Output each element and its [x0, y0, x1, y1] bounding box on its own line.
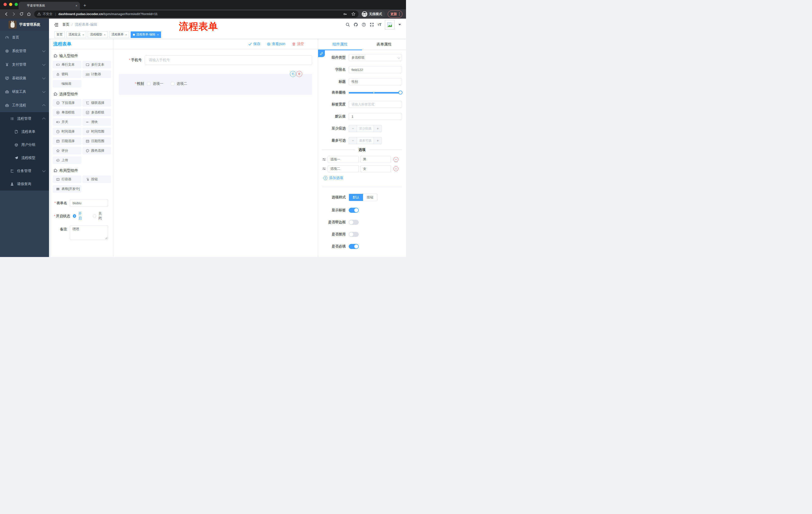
option2-label-input[interactable]: 选项二 — [328, 165, 359, 172]
browser-menu-icon[interactable] — [399, 12, 400, 16]
avatar[interactable] — [385, 20, 395, 29]
required-switch[interactable] — [349, 244, 359, 249]
show-label-switch[interactable] — [349, 208, 359, 213]
default-value-input[interactable]: 1 — [349, 113, 402, 120]
save-button[interactable]: 保存 — [248, 42, 260, 46]
palette-item-date-picker[interactable]: 日期选择 — [53, 137, 81, 145]
tag-process-form[interactable]: 流程表单× — [109, 31, 129, 38]
github-icon[interactable] — [353, 22, 358, 27]
copy-component-button[interactable] — [290, 71, 296, 77]
palette-item-time-range[interactable]: 时间范围 — [82, 128, 111, 135]
sidebar-item-home[interactable]: 首页 — [0, 31, 49, 44]
password-key-icon[interactable] — [343, 12, 347, 16]
remove-option-icon[interactable]: − — [394, 157, 399, 162]
palette-item-color-picker[interactable]: 颜色选择 — [82, 147, 111, 154]
palette-item-table[interactable]: 表格[开发中] — [53, 185, 81, 193]
min-select-stepper[interactable]: − 至少应选 + — [349, 125, 382, 132]
component-type-select[interactable]: 多选框组 — [349, 54, 402, 61]
browser-tab[interactable]: 芋道管理系统 × — [19, 2, 80, 9]
tag-process-definition[interactable]: 流程定义× — [66, 31, 86, 38]
stepper-plus-button[interactable]: + — [374, 125, 382, 132]
palette-item-button[interactable]: 按钮 — [82, 175, 111, 183]
clear-button[interactable]: 清空 — [292, 42, 304, 46]
form-name-input[interactable]: biubiu — [70, 199, 108, 207]
form-remark-textarea[interactable]: 嘿嘿 — [70, 225, 108, 240]
bookmark-star-icon[interactable] — [351, 12, 355, 16]
sidebar-item-payment[interactable]: 支付管理 — [0, 58, 49, 72]
style-default-button[interactable]: 默认 — [349, 194, 363, 201]
palette-item-multi-text[interactable]: 多行文本 — [82, 61, 111, 69]
sidebar-item-leave-query[interactable]: 请假查询 — [0, 178, 49, 191]
fullscreen-icon[interactable] — [370, 22, 374, 27]
sidebar-item-system[interactable]: 系统管理 — [0, 44, 49, 58]
gender-option1-label[interactable]: 选项一 — [153, 81, 163, 86]
selected-component-gender[interactable]: *性别 选项一 选项二 — [119, 74, 312, 95]
palette-item-checkbox-group[interactable]: 多选框组 — [82, 109, 111, 116]
minimize-window-button[interactable] — [9, 3, 12, 6]
sidebar-item-process-mgmt[interactable]: 流程管理 — [0, 112, 49, 125]
style-button-button[interactable]: 按钮 — [363, 194, 377, 201]
tab-form-props[interactable]: 表单属性 — [362, 39, 406, 50]
palette-item-counter[interactable]: 123计数器 — [82, 71, 111, 78]
stepper-value[interactable]: 至少应选 — [357, 125, 374, 132]
macos-traffic-lights[interactable] — [3, 3, 18, 6]
app-logo[interactable]: 芋道管理系统 — [0, 19, 49, 31]
palette-item-switch[interactable]: 开关 — [53, 118, 81, 126]
palette-item-time-picker[interactable]: 时间选择 — [53, 128, 81, 135]
palette-item-date-range[interactable]: 日期范围 — [82, 137, 111, 145]
help-icon[interactable] — [361, 22, 366, 27]
stepper-plus-button[interactable]: + — [374, 137, 382, 144]
tag-process-model[interactable]: 流程模型× — [88, 31, 108, 38]
palette-item-editor[interactable]: 编辑器 — [53, 80, 81, 87]
browser-menu-update-button[interactable]: 更新 — [388, 10, 403, 18]
form-grid-slider[interactable] — [349, 92, 402, 93]
status-on-radio[interactable] — [73, 214, 76, 218]
delete-component-button[interactable] — [296, 71, 302, 77]
phone-input[interactable]: 请输入手机号 — [145, 55, 312, 65]
option1-value-input[interactable]: 男 — [360, 156, 391, 163]
maximize-window-button[interactable] — [14, 3, 18, 6]
tag-close-icon[interactable]: × — [157, 33, 158, 36]
reload-button[interactable] — [18, 10, 25, 18]
sidebar-item-infra[interactable]: 基础设施 — [0, 72, 49, 85]
breadcrumb-home[interactable]: 首页 — [62, 22, 69, 27]
gender-option2-checkbox[interactable] — [171, 82, 174, 85]
sidebar-item-process-form[interactable]: 流程表单 — [0, 125, 49, 138]
data-bind-link-tab[interactable] — [318, 50, 325, 57]
font-size-icon[interactable]: TT — [378, 22, 381, 27]
slider-handle[interactable] — [399, 90, 403, 94]
sidebar-item-user-group[interactable]: 用户分组 — [0, 138, 49, 152]
sidebar-item-process-model[interactable]: 流程模型 — [0, 152, 49, 164]
stepper-minus-button[interactable]: − — [349, 137, 357, 144]
address-bar[interactable]: 不安全 | dashboard.yudao.iocoder.cn/bpm/man… — [34, 10, 358, 18]
palette-item-password[interactable]: 密码 — [53, 71, 81, 78]
close-window-button[interactable] — [3, 3, 7, 6]
palette-item-select[interactable]: 下拉选择 — [53, 99, 81, 107]
search-icon[interactable] — [345, 22, 350, 27]
remove-option-icon[interactable]: − — [394, 166, 399, 171]
add-option-button[interactable]: + 添加选项 — [323, 176, 402, 180]
drag-handle-icon[interactable] — [322, 167, 326, 171]
sidebar-item-devtools[interactable]: 研发工具 — [0, 85, 49, 99]
tag-close-icon[interactable]: × — [125, 33, 127, 36]
option2-value-input[interactable]: 女 — [360, 165, 391, 172]
sidebar-item-task-mgmt[interactable]: 任务管理 — [0, 164, 49, 178]
tag-close-icon[interactable]: × — [82, 33, 84, 36]
resize-handle[interactable] — [105, 237, 107, 239]
palette-item-slider[interactable]: 滑块 — [82, 118, 111, 126]
phone-field-row[interactable]: *手机号 请输入手机号 — [119, 55, 312, 65]
back-button[interactable] — [2, 10, 10, 18]
tab-component-props[interactable]: 组件属性 — [318, 39, 362, 50]
palette-item-cascader[interactable]: 级联选择 — [82, 99, 111, 107]
status-off-label[interactable]: 关闭 — [98, 212, 105, 220]
avatar-dropdown-caret[interactable] — [399, 24, 401, 25]
tag-home[interactable]: 首页 — [54, 31, 65, 38]
palette-item-radio-group[interactable]: 单选框组 — [53, 109, 81, 116]
home-button[interactable] — [25, 10, 33, 18]
option1-label-input[interactable]: 选项一 — [328, 156, 359, 163]
sidebar-fold-icon[interactable] — [54, 23, 58, 26]
gender-option2-label[interactable]: 选项二 — [177, 81, 187, 86]
palette-item-single-text[interactable]: 单行文本 — [53, 61, 81, 69]
drag-handle-icon[interactable] — [322, 157, 326, 161]
palette-item-upload[interactable]: 上传 — [53, 156, 81, 164]
